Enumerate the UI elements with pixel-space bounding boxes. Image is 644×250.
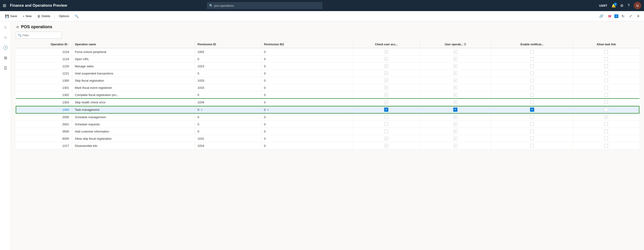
checkbox-unchecked[interactable] bbox=[530, 144, 534, 148]
checkbox-wrapper[interactable] bbox=[356, 130, 416, 133]
checkbox-checked-gray[interactable] bbox=[454, 72, 457, 75]
table-row[interactable]: 1221Void suspended transactions00 bbox=[16, 70, 640, 77]
checkbox-wrapper[interactable] bbox=[356, 115, 416, 119]
checkbox-wrapper[interactable] bbox=[422, 122, 488, 126]
checkbox-wrapper[interactable] bbox=[356, 57, 416, 61]
cell-checkbox[interactable] bbox=[353, 128, 420, 135]
table-row[interactable]: 1218Force unlock peripheral10020 bbox=[16, 48, 640, 56]
sidebar-recent-icon[interactable]: 🕐 bbox=[2, 44, 10, 52]
table-row[interactable]: 2000Schedule management00 bbox=[16, 114, 640, 121]
checkbox-wrapper[interactable] bbox=[356, 64, 416, 68]
cell-checkbox[interactable] bbox=[420, 70, 491, 77]
cell-checkbox[interactable] bbox=[491, 91, 573, 99]
cell-checkbox[interactable] bbox=[353, 91, 420, 99]
new-button[interactable]: + New bbox=[20, 14, 34, 19]
checkbox-wrapper[interactable] bbox=[356, 144, 416, 148]
checkbox-checked-gray[interactable] bbox=[454, 122, 457, 126]
checkbox-checked-gray[interactable] bbox=[454, 137, 457, 140]
cell-checkbox[interactable] bbox=[491, 114, 573, 121]
checkbox-checked-gray[interactable] bbox=[454, 130, 457, 133]
checkbox-wrapper[interactable] bbox=[422, 115, 488, 119]
checkbox-wrapper[interactable] bbox=[494, 50, 570, 54]
checkbox-wrapper[interactable] bbox=[494, 72, 570, 75]
cell-checkbox[interactable] bbox=[420, 91, 491, 99]
cell-checkbox[interactable] bbox=[491, 70, 573, 77]
checkbox-checked-gray[interactable] bbox=[454, 86, 457, 90]
checkbox-checked-gray[interactable] bbox=[454, 64, 457, 68]
col-header-perm-id[interactable]: Permission ID bbox=[195, 41, 261, 48]
checkbox-wrapper[interactable] bbox=[576, 72, 636, 75]
checkbox-wrapper[interactable] bbox=[356, 122, 416, 126]
checkbox-unchecked[interactable] bbox=[604, 100, 608, 104]
cell-dropdown-wrapper[interactable]: 0∨ bbox=[198, 108, 258, 112]
sidebar-workspaces-icon[interactable]: ⊞ bbox=[2, 54, 10, 62]
checkbox-wrapper[interactable] bbox=[356, 50, 416, 54]
save-button[interactable]: 💾 Save bbox=[3, 14, 20, 19]
checkbox-wrapper[interactable] bbox=[494, 57, 570, 61]
checkbox-checked-blue[interactable] bbox=[453, 108, 458, 112]
checkbox-wrapper[interactable] bbox=[422, 137, 488, 140]
checkbox-checked-gray[interactable] bbox=[454, 144, 457, 148]
checkbox-wrapper[interactable] bbox=[576, 144, 636, 148]
checkbox-checked-gray[interactable] bbox=[454, 50, 457, 54]
settings-icon[interactable]: ⚙ bbox=[620, 4, 624, 8]
checkbox-unchecked[interactable] bbox=[604, 79, 608, 82]
cell-checkbox[interactable] bbox=[491, 142, 573, 150]
cell-checkbox[interactable] bbox=[491, 98, 573, 106]
checkbox-wrapper[interactable] bbox=[356, 108, 416, 112]
checkbox-unchecked[interactable] bbox=[604, 50, 608, 54]
table-row[interactable]: 1302Complete fiscal registration pro...0… bbox=[16, 91, 640, 99]
checkbox-wrapper[interactable] bbox=[494, 137, 570, 140]
cell-checkbox[interactable] bbox=[420, 77, 491, 84]
checkbox-wrapper[interactable] bbox=[422, 144, 488, 148]
chevron-down-icon[interactable]: ∨ bbox=[201, 108, 202, 111]
cell-checkbox[interactable] bbox=[573, 114, 640, 121]
checkbox-wrapper[interactable] bbox=[576, 100, 636, 104]
checkbox-unchecked[interactable] bbox=[604, 64, 608, 68]
cell-checkbox[interactable] bbox=[420, 142, 491, 150]
cell-checkbox[interactable] bbox=[491, 135, 573, 142]
grid-menu-icon[interactable]: ⊞ bbox=[3, 3, 6, 8]
cell-checkbox[interactable] bbox=[420, 121, 491, 128]
chevron-down-icon[interactable]: ∨ bbox=[267, 108, 269, 111]
checkbox-unchecked[interactable] bbox=[530, 137, 534, 140]
filter-input-wrapper[interactable]: 🔍 bbox=[16, 32, 62, 38]
cell-checkbox[interactable] bbox=[573, 77, 640, 84]
checkbox-wrapper[interactable] bbox=[494, 64, 570, 68]
cell-checkbox[interactable] bbox=[573, 48, 640, 56]
table-row[interactable]: 2001Schedule requests00 bbox=[16, 121, 640, 128]
checkbox-checked-gray[interactable] bbox=[454, 93, 457, 97]
refresh-icon[interactable]: ↻ bbox=[620, 13, 626, 19]
cell-checkbox[interactable] bbox=[573, 98, 640, 106]
checkbox-checked-blue[interactable] bbox=[384, 108, 388, 112]
checkbox-checked-gray[interactable] bbox=[454, 115, 457, 119]
checkbox-wrapper[interactable] bbox=[576, 57, 636, 61]
cell-checkbox[interactable] bbox=[353, 106, 420, 114]
table-row[interactable]: 1220Manage safes10230 bbox=[16, 63, 640, 70]
filter-icon[interactable]: ⊲ bbox=[16, 25, 19, 29]
cell-checkbox[interactable] bbox=[353, 114, 420, 121]
checkbox-checked-gray[interactable] bbox=[384, 144, 388, 148]
checkbox-unchecked[interactable] bbox=[384, 122, 388, 126]
col-header-enable-notif[interactable]: Enable notificat... bbox=[491, 41, 573, 48]
table-row[interactable]: 6000Allow skip fiscal registration10310 bbox=[16, 135, 640, 142]
cell-checkbox[interactable] bbox=[420, 56, 491, 63]
checkbox-wrapper[interactable] bbox=[422, 50, 488, 54]
checkbox-unchecked[interactable] bbox=[530, 72, 534, 75]
table-row[interactable]: 1300Skip fiscal registration10330 bbox=[16, 77, 640, 84]
cell-checkbox[interactable] bbox=[573, 106, 640, 114]
checkbox-wrapper[interactable] bbox=[422, 64, 488, 68]
cell-checkbox[interactable] bbox=[353, 98, 420, 106]
badge-icon[interactable]: 0 bbox=[614, 14, 618, 18]
cell-checkbox[interactable] bbox=[420, 128, 491, 135]
cell-checkbox[interactable] bbox=[491, 106, 573, 114]
col-header-user-op[interactable]: User operati... ▽ bbox=[420, 41, 491, 48]
cell-checkbox[interactable] bbox=[353, 142, 420, 150]
checkbox-wrapper[interactable] bbox=[422, 100, 488, 104]
checkbox-wrapper[interactable] bbox=[422, 108, 488, 112]
checkbox-wrapper[interactable] bbox=[494, 86, 570, 90]
cell-checkbox[interactable] bbox=[491, 84, 573, 91]
cell-checkbox[interactable] bbox=[573, 128, 640, 135]
checkbox-wrapper[interactable] bbox=[422, 130, 488, 133]
checkbox-unchecked[interactable] bbox=[530, 86, 534, 90]
